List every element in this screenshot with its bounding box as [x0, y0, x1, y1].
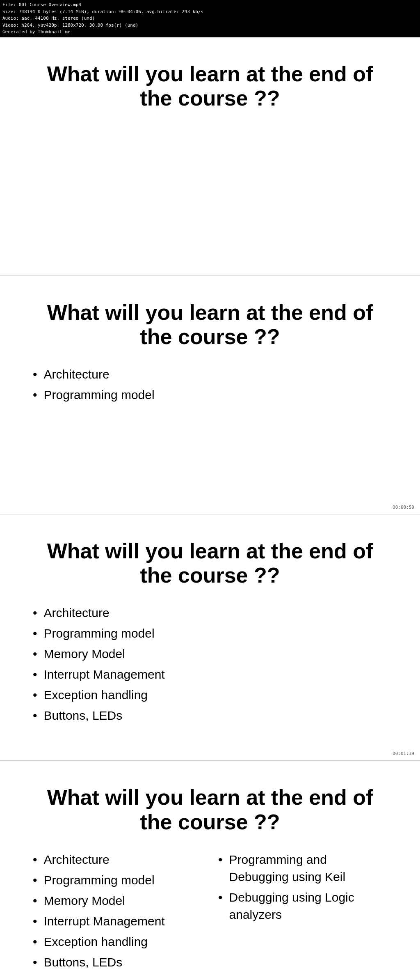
- video-info-line1: File: 001 Course Overview.mp4: [2, 2, 418, 9]
- list-item: Buttons, LEDs: [33, 954, 202, 971]
- video-info-line2: Size: 748194 0 bytes (7.14 MiB), duratio…: [2, 9, 418, 16]
- list-item: Exception handling: [33, 686, 387, 704]
- slide-3-bullets: Architecture Programming model Memory Mo…: [33, 604, 387, 724]
- list-item: Programming model: [33, 872, 202, 889]
- list-item: Memory Model: [33, 645, 387, 663]
- slide-3-timestamp: 00:01:39: [393, 751, 414, 756]
- slide-4-title: What will you learn at the end of the co…: [33, 785, 387, 835]
- video-info-line4: Video: h264, yuv420p, 1280x720, 30.00 fp…: [2, 22, 418, 29]
- list-item: Architecture: [33, 366, 387, 383]
- slide-4-col-left: Architecture Programming model Memory Mo…: [33, 851, 202, 974]
- slide-4-col-right: Programming and Debugging using Keil Deb…: [218, 851, 387, 974]
- slide-2-timestamp: 00:00:59: [393, 505, 414, 510]
- list-item: Programming and Debugging using Keil: [218, 851, 387, 886]
- slide-2-title: What will you learn at the end of the co…: [33, 301, 387, 350]
- list-item: Interrupt Management: [33, 666, 387, 683]
- slide-4-columns: Architecture Programming model Memory Mo…: [33, 851, 387, 974]
- list-item: Buttons, LEDs: [33, 707, 387, 724]
- list-item: Memory Model: [33, 892, 202, 909]
- list-item: Debugging using Logic analyzers: [218, 889, 387, 923]
- slide-4-bullets-right: Programming and Debugging using Keil Deb…: [218, 851, 387, 923]
- list-item: Architecture: [33, 604, 387, 622]
- slide-3-title: What will you learn at the end of the co…: [33, 539, 387, 588]
- list-item: Exception handling: [33, 933, 202, 950]
- video-info-line3: Audio: aac, 44100 Hz, stereo (und): [2, 15, 418, 22]
- list-item: Interrupt Management: [33, 913, 202, 930]
- list-item: Programming model: [33, 386, 387, 404]
- video-info-bar: File: 001 Course Overview.mp4 Size: 7481…: [0, 0, 420, 37]
- slide-2-bullets: Architecture Programming model: [33, 366, 387, 404]
- list-item: Architecture: [33, 851, 202, 868]
- slide-4-bullets-left: Architecture Programming model Memory Mo…: [33, 851, 202, 971]
- slide-3: What will you learn at the end of the co…: [0, 514, 420, 761]
- video-info-line5: Generated by Thumbnail me: [2, 29, 418, 36]
- slide-1: What will you learn at the end of the co…: [0, 37, 420, 275]
- slide-2: What will you learn at the end of the co…: [0, 276, 420, 514]
- slide-4: What will you learn at the end of the co…: [0, 761, 420, 980]
- slide-1-title: What will you learn at the end of the co…: [33, 62, 387, 111]
- list-item: Programming model: [33, 625, 387, 642]
